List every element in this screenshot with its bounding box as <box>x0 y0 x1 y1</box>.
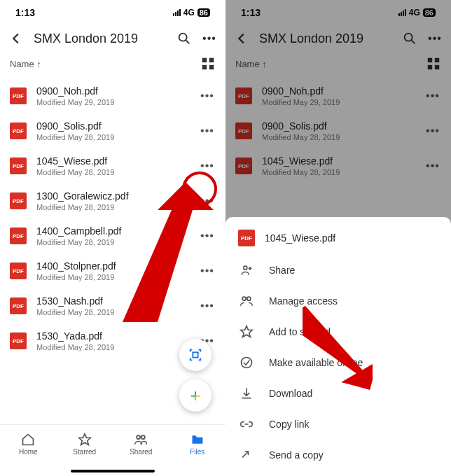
svg-marker-26 <box>303 295 373 400</box>
home-indicator <box>71 470 155 472</box>
pdf-icon: PDF <box>10 122 27 139</box>
file-modified: Modified May 28, 2019 <box>36 343 189 351</box>
file-name: 0900_Solis.pdf <box>36 120 189 132</box>
file-modified: Modified May 29, 2019 <box>36 98 189 106</box>
folder-title: SMX London 2019 <box>34 31 167 46</box>
sort-row: Name ↑ <box>0 53 226 78</box>
file-more-icon[interactable]: ••• <box>199 125 216 137</box>
link-icon <box>240 417 254 431</box>
people-icon <box>240 294 254 308</box>
svg-point-8 <box>137 435 140 439</box>
sheet-share[interactable]: Share <box>226 255 451 286</box>
svg-point-0 <box>179 34 187 41</box>
network-label: 4G <box>183 8 195 18</box>
pdf-icon: PDF <box>10 88 27 104</box>
sort-button[interactable]: Name ↑ <box>10 59 41 69</box>
svg-marker-7 <box>78 434 90 445</box>
nav-home[interactable]: Home <box>0 425 57 463</box>
signal-icon <box>173 9 181 16</box>
overflow-icon[interactable]: ••• <box>202 31 217 46</box>
svg-rect-3 <box>209 58 214 62</box>
pdf-icon: PDF <box>238 230 255 246</box>
view-grid-icon[interactable] <box>200 56 216 71</box>
file-more-icon[interactable]: ••• <box>199 160 216 172</box>
status-right: 4G 86 <box>173 8 210 18</box>
svg-line-1 <box>186 41 190 44</box>
svg-rect-6 <box>193 352 197 357</box>
svg-rect-2 <box>202 58 207 62</box>
new-fab[interactable]: + <box>179 379 211 412</box>
battery-badge: 86 <box>197 8 210 17</box>
sheet-copy-link[interactable]: Copy link <box>226 409 451 440</box>
svg-point-9 <box>141 435 145 439</box>
annotation-arrow <box>109 182 214 322</box>
status-bar: 1:13 4G 86 <box>0 0 226 21</box>
pdf-icon: PDF <box>10 227 27 244</box>
nav-shared[interactable]: Shared <box>113 425 169 463</box>
download-icon <box>240 386 254 400</box>
pdf-icon: PDF <box>10 192 27 209</box>
nav-files[interactable]: Files <box>169 425 226 463</box>
file-modified: Modified May 28, 2019 <box>36 133 189 141</box>
svg-point-21 <box>247 297 251 300</box>
app-bar: SMX London 2019 ••• <box>0 21 226 53</box>
svg-marker-10 <box>123 182 214 322</box>
send-icon <box>240 448 254 462</box>
nav-starred[interactable]: Starred <box>57 425 113 463</box>
svg-rect-4 <box>202 65 207 69</box>
bottom-nav: Home Starred Shared Files <box>0 424 226 463</box>
scan-fab[interactable] <box>179 339 211 371</box>
person-add-icon <box>240 263 254 277</box>
left-screen: 1:13 4G 86 SMX London 2019 ••• Name ↑ PD… <box>0 0 226 476</box>
svg-point-23 <box>242 358 252 368</box>
svg-rect-5 <box>209 65 214 69</box>
svg-point-17 <box>244 266 247 270</box>
sheet-send-copy[interactable]: Send a copy <box>226 440 451 470</box>
pdf-icon: PDF <box>10 298 27 314</box>
right-screen: 1:13 4G 86 SMX London 2019 ••• Name ↑ <box>226 0 451 476</box>
svg-marker-22 <box>241 326 253 337</box>
file-name: 1045_Wiese.pdf <box>36 155 189 167</box>
file-modified: Modified May 28, 2019 <box>36 168 189 176</box>
pdf-icon: PDF <box>10 158 27 174</box>
back-icon[interactable] <box>8 31 24 46</box>
list-item[interactable]: PDF 0900_Solis.pdf Modified May 28, 2019… <box>0 113 226 148</box>
star-icon <box>240 325 254 339</box>
sheet-header: PDF 1045_Wiese.pdf <box>226 227 451 255</box>
svg-point-20 <box>242 297 246 300</box>
file-name: 0900_Noh.pdf <box>36 85 189 97</box>
annotation-arrow <box>303 295 373 400</box>
file-more-icon[interactable]: ••• <box>199 90 216 102</box>
sheet-file-name: 1045_Wiese.pdf <box>265 232 335 244</box>
offline-icon <box>240 356 254 370</box>
file-name: 1530_Yada.pdf <box>36 330 189 342</box>
search-icon[interactable] <box>176 31 192 46</box>
pdf-icon: PDF <box>10 332 27 349</box>
status-time: 1:13 <box>15 7 35 18</box>
list-item[interactable]: PDF 0900_Noh.pdf Modified May 29, 2019 •… <box>0 78 226 113</box>
pdf-icon: PDF <box>10 262 27 279</box>
